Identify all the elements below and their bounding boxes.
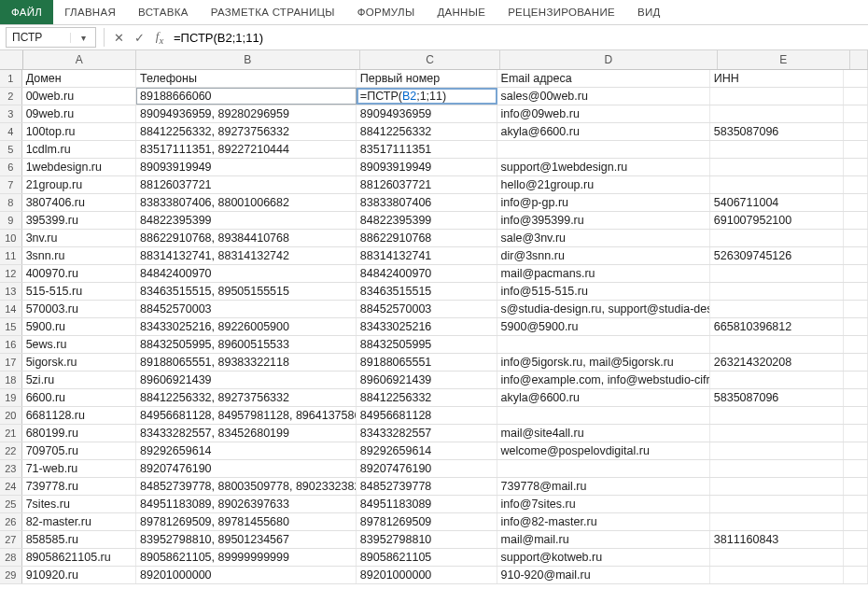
row-header[interactable]: 2 — [0, 88, 22, 105]
cell[interactable] — [844, 70, 868, 87]
cell[interactable]: s@studia-design.ru, support@studia-desig… — [497, 301, 710, 317]
cell[interactable]: 263214320208 — [710, 354, 844, 371]
cell[interactable]: 89606921439 — [136, 372, 357, 388]
cell[interactable]: 100top.ru — [22, 123, 136, 140]
cell[interactable]: 84852739778, 88003509778, 89023323828, — [136, 478, 357, 495]
row-header[interactable]: 25 — [0, 496, 22, 512]
cell[interactable]: 89207476190 — [357, 460, 497, 477]
cell[interactable]: =ПСТР(B2;1;11) — [357, 88, 497, 105]
cell[interactable]: welcome@pospelovdigital.ru — [497, 442, 710, 459]
cell[interactable]: 89094936959 — [357, 105, 497, 122]
cell[interactable] — [844, 531, 868, 548]
cell[interactable]: Первый номер — [357, 70, 497, 87]
cell[interactable] — [710, 478, 844, 495]
cell[interactable]: 84822395399 — [357, 212, 497, 229]
cell[interactable]: 515-515.ru — [22, 283, 136, 300]
cell[interactable]: 89188065551 — [357, 354, 497, 371]
cancel-icon[interactable]: ✕ — [108, 31, 129, 45]
cell[interactable] — [844, 159, 868, 175]
cell[interactable]: 5835087096 — [710, 123, 844, 140]
cell[interactable] — [844, 336, 868, 353]
cell[interactable]: 89781269509 — [357, 513, 497, 530]
tab-file[interactable]: ФАЙЛ — [0, 0, 53, 24]
cell[interactable] — [844, 549, 868, 566]
cell[interactable]: info@515-515.ru — [497, 283, 710, 300]
cell[interactable]: 89606921439 — [357, 372, 497, 388]
cell[interactable]: 84822395399 — [136, 212, 357, 229]
cell[interactable]: 88126037721 — [136, 176, 357, 193]
cell[interactable] — [710, 567, 844, 583]
cell[interactable] — [844, 301, 868, 317]
row-header[interactable]: 18 — [0, 372, 22, 388]
cell[interactable]: 84956681128, 84957981128, 89641375869 — [136, 407, 357, 424]
cell[interactable]: 89188666060 — [136, 88, 357, 105]
cell[interactable]: info@p-gp.ru — [497, 194, 710, 211]
cell[interactable]: 83952798810 — [357, 531, 497, 548]
cell[interactable]: akyla@6600.ru — [497, 123, 710, 140]
cell[interactable]: 89292659614 — [136, 442, 357, 459]
tab-home[interactable]: ГЛАВНАЯ — [53, 0, 127, 24]
cell[interactable] — [844, 141, 868, 158]
cell[interactable] — [844, 478, 868, 495]
row-header[interactable]: 1 — [0, 70, 22, 87]
cell[interactable] — [844, 567, 868, 583]
cell[interactable]: hello@21group.ru — [497, 176, 710, 193]
cell[interactable]: 83952798810, 89501234567 — [136, 531, 357, 548]
cell[interactable]: 88412256332, 89273756332 — [136, 123, 357, 140]
row-header[interactable]: 22 — [0, 442, 22, 459]
cell[interactable] — [844, 460, 868, 477]
cell[interactable]: mail@pacmans.ru — [497, 265, 710, 282]
cell[interactable] — [844, 212, 868, 229]
cell[interactable] — [710, 301, 844, 317]
cell[interactable] — [497, 141, 710, 158]
cell[interactable]: mail@mail.ru — [497, 531, 710, 548]
cell[interactable]: 84951183089 — [357, 496, 497, 512]
cell[interactable]: 680199.ru — [22, 425, 136, 442]
cell[interactable]: info@09web.ru — [497, 105, 710, 122]
cell[interactable] — [844, 318, 868, 335]
cell[interactable]: 5406711004 — [710, 194, 844, 211]
cell[interactable]: 84842400970 — [136, 265, 357, 282]
row-header[interactable]: 14 — [0, 301, 22, 317]
cell[interactable] — [844, 372, 868, 388]
cell[interactable]: 88452570003 — [136, 301, 357, 317]
cell[interactable]: 89058621105 — [357, 549, 497, 566]
cell[interactable]: info@5igorsk.ru, mail@5igorsk.ru — [497, 354, 710, 371]
cell[interactable]: 84852739778 — [357, 478, 497, 495]
tab-data[interactable]: ДАННЫЕ — [426, 0, 497, 24]
cell[interactable]: info@7sites.ru — [497, 496, 710, 512]
cell[interactable]: 88432505995, 89600515533 — [136, 336, 357, 353]
cell[interactable] — [844, 230, 868, 246]
row-header[interactable]: 12 — [0, 265, 22, 282]
cell[interactable] — [844, 442, 868, 459]
cell[interactable]: Email адреса — [497, 70, 710, 87]
row-header[interactable]: 3 — [0, 105, 22, 122]
cell[interactable] — [710, 159, 844, 175]
cell[interactable]: 570003.ru — [22, 301, 136, 317]
cell[interactable] — [844, 88, 868, 105]
cell[interactable]: 88314132741, 88314132742 — [136, 247, 357, 264]
cell[interactable]: 89201000000 — [357, 567, 497, 583]
cell[interactable] — [844, 354, 868, 371]
cell[interactable]: sales@00web.ru — [497, 88, 710, 105]
row-header[interactable]: 20 — [0, 407, 22, 424]
cell[interactable]: sale@3nv.ru — [497, 230, 710, 246]
cell[interactable]: 691007952100 — [710, 212, 844, 229]
cell[interactable] — [844, 283, 868, 300]
cell[interactable]: 88622910768 — [357, 230, 497, 246]
cell[interactable]: 88622910768, 89384410768 — [136, 230, 357, 246]
cell[interactable] — [497, 407, 710, 424]
cell[interactable]: info@example.com, info@webstudio-cifra5.… — [497, 372, 710, 388]
row-header[interactable]: 29 — [0, 567, 22, 583]
cell[interactable] — [710, 265, 844, 282]
cell[interactable]: 83433025216 — [357, 318, 497, 335]
cell[interactable]: 83833807406, 88001006682 — [136, 194, 357, 211]
cell[interactable] — [710, 442, 844, 459]
cell[interactable]: 5igorsk.ru — [22, 354, 136, 371]
cell[interactable]: 83463515515, 89505155515 — [136, 283, 357, 300]
cell[interactable] — [710, 407, 844, 424]
cell[interactable]: info@82-master.ru — [497, 513, 710, 530]
row-header[interactable]: 4 — [0, 123, 22, 140]
cell[interactable]: 21group.ru — [22, 176, 136, 193]
cell[interactable]: 84951183089, 89026397633 — [136, 496, 357, 512]
